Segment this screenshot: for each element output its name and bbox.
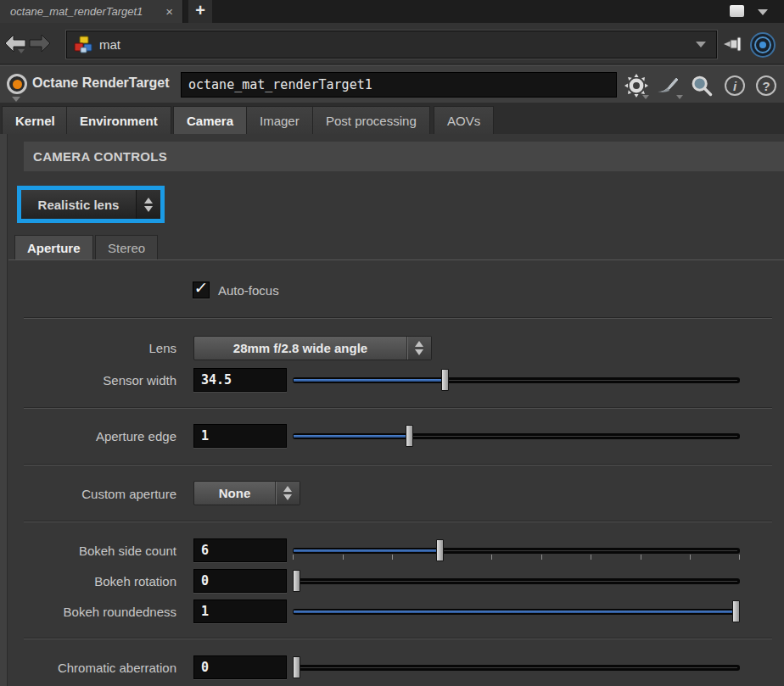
aperture-edge-label: Aperture edge — [8, 429, 176, 443]
parameter-tabs: Kernel Environment Camera Imager Post pr… — [0, 103, 784, 134]
tab-kernel[interactable]: Kernel — [2, 106, 69, 134]
help-icon[interactable]: ? — [753, 73, 779, 98]
check-icon: ✓ — [193, 281, 209, 296]
bokeh-roundedness-field[interactable] — [193, 600, 287, 623]
houdini-parameter-pane: octane_mat_renderTarget1 × + mat — [0, 0, 784, 686]
autofocus-checkbox[interactable]: ✓ — [193, 282, 210, 298]
tab-camera[interactable]: Camera — [173, 106, 247, 134]
chromatic-aberration-slider[interactable] — [293, 656, 740, 678]
tab-aovs[interactable]: AOVs — [434, 106, 494, 134]
link-target-icon[interactable] — [750, 32, 776, 58]
bokeh-rotation-field[interactable] — [193, 569, 287, 593]
close-icon[interactable]: × — [163, 5, 176, 18]
bokeh-side-count-field[interactable] — [193, 538, 287, 562]
node-icon[interactable] — [7, 74, 27, 94]
bokeh-side-count-slider[interactable] — [293, 539, 740, 561]
plus-icon: + — [195, 1, 205, 20]
custom-aperture-label: Custom aperture — [8, 487, 176, 501]
sensor-width-field[interactable] — [193, 368, 287, 392]
chromatic-aberration-field[interactable] — [193, 655, 287, 679]
pane-tab-bar: octane_mat_renderTarget1 × + — [0, 0, 784, 23]
camera-type-value: Realistic lens — [21, 190, 136, 219]
sensor-width-label: Sensor width — [8, 373, 176, 388]
separator — [24, 638, 772, 639]
aperture-edge-slider[interactable] — [293, 425, 740, 447]
spinner-icon[interactable] — [136, 190, 160, 219]
mat-network-icon — [74, 36, 92, 54]
pin-icon[interactable] — [723, 36, 747, 56]
node-name-input[interactable] — [181, 72, 617, 98]
path-nav-bar: mat — [0, 23, 784, 64]
forward-button[interactable] — [29, 34, 51, 53]
bokeh-rotation-label: Bokeh rotation — [8, 574, 176, 588]
camera-type-highlight: Realistic lens — [17, 186, 165, 223]
pane-tab-title: octane_mat_renderTarget1 — [10, 5, 163, 18]
node-type-label: Octane RenderTarget — [32, 75, 170, 91]
brush-icon[interactable] — [656, 73, 681, 98]
bokeh-roundedness-label: Bokeh roundedness — [8, 605, 176, 619]
pane-maximize-icon[interactable] — [730, 5, 744, 17]
back-button[interactable] — [4, 34, 26, 53]
sensor-width-slider[interactable] — [293, 369, 740, 391]
subtab-stereo[interactable]: Stereo — [95, 235, 158, 260]
gear-icon[interactable] — [624, 73, 649, 98]
lens-dropdown[interactable]: 28mm f/2.8 wide angle — [193, 336, 432, 360]
subtab-aperture[interactable]: Aperture — [14, 235, 93, 260]
separator — [24, 407, 772, 409]
subtab-underline — [8, 259, 784, 260]
tab-imager[interactable]: Imager — [246, 106, 313, 134]
search-icon[interactable] — [689, 73, 714, 98]
pane-menu-icon[interactable] — [758, 9, 768, 15]
spinner-icon[interactable] — [406, 337, 431, 360]
tab-post-processing[interactable]: Post processing — [312, 106, 430, 134]
spinner-icon[interactable] — [275, 482, 300, 505]
node-header-bar: Octane RenderTarget i ? — [0, 65, 784, 103]
custom-aperture-dropdown[interactable]: None — [193, 481, 300, 505]
aperture-edge-field[interactable] — [193, 424, 287, 448]
camera-type-dropdown[interactable]: Realistic lens — [21, 190, 160, 219]
info-icon[interactable]: i — [722, 73, 748, 98]
custom-aperture-value: None — [194, 482, 275, 505]
network-path-text: mat — [99, 37, 696, 52]
lens-value: 28mm f/2.8 wide angle — [194, 337, 406, 360]
pane-tab-active[interactable]: octane_mat_renderTarget1 × — [0, 0, 183, 23]
tab-environment[interactable]: Environment — [66, 106, 171, 134]
pane-gutter — [0, 134, 8, 686]
bokeh-roundedness-slider[interactable] — [293, 600, 740, 622]
autofocus-label: Auto-focus — [218, 283, 279, 298]
chromatic-aberration-label: Chromatic aberration — [8, 661, 176, 675]
separator — [24, 521, 772, 522]
network-path-combo[interactable]: mat — [66, 31, 717, 59]
camera-parameters: CAMERA CONTROLS Realistic lens Aperture … — [0, 134, 784, 686]
bokeh-rotation-slider[interactable] — [293, 570, 740, 592]
back-history-icon[interactable] — [18, 49, 25, 53]
separator — [24, 464, 772, 466]
node-menu-icon[interactable] — [12, 97, 20, 102]
separator — [24, 317, 772, 319]
section-header: CAMERA CONTROLS — [24, 142, 784, 171]
lens-label: Lens — [8, 341, 176, 355]
new-tab-button[interactable]: + — [188, 0, 212, 23]
bokeh-side-count-label: Bokeh side count — [8, 544, 176, 558]
chevron-down-icon[interactable] — [696, 42, 706, 47]
